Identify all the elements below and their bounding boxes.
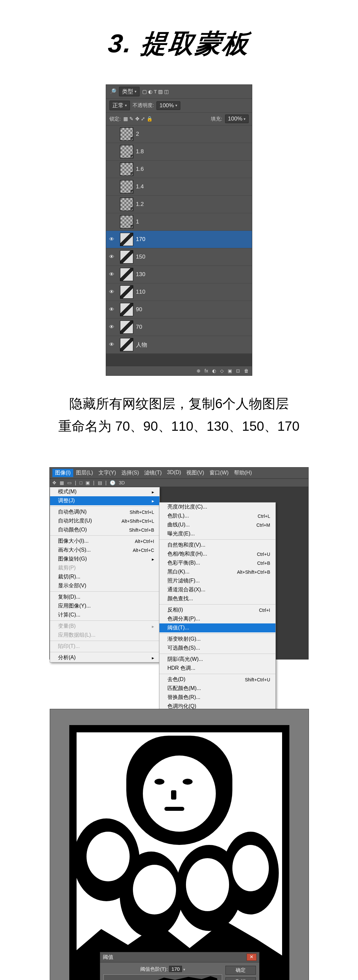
layer-thumbnail[interactable]: ♪: [120, 215, 133, 228]
tool-icon[interactable]: ▣: [86, 480, 90, 485]
layer-name-label[interactable]: 150: [136, 254, 252, 260]
new-layer-icon[interactable]: ⊡: [236, 368, 240, 374]
layer-thumbnail[interactable]: [120, 268, 133, 281]
cancel-button[interactable]: 取消: [225, 977, 256, 980]
layer-row[interactable]: ♪2: [106, 126, 252, 143]
layer-thumbnail[interactable]: ♪: [120, 145, 133, 158]
menu-item-replace_color[interactable]: 替换颜色(R)...: [160, 693, 275, 702]
visibility-eye-icon[interactable]: 👁: [106, 272, 117, 277]
layer-row[interactable]: ♪1.4: [106, 178, 252, 196]
tool-icon[interactable]: ▦: [60, 480, 64, 485]
ok-button[interactable]: 确定: [225, 966, 256, 975]
menu-item-color_lookup[interactable]: 颜色查找...: [160, 594, 275, 603]
menu-item-auto_contrast[interactable]: 自动对比度(U)Alt+Shift+Ctrl+L: [50, 517, 160, 525]
visibility-eye-icon[interactable]: 👁: [106, 236, 117, 242]
layer-name-label[interactable]: 人物: [136, 341, 252, 348]
layer-name-label[interactable]: 2: [136, 131, 252, 137]
menubar-item[interactable]: 帮助(H): [232, 469, 254, 477]
menu-item-hdr[interactable]: HDR 色调...: [160, 664, 275, 673]
visibility-eye-icon[interactable]: 👁: [106, 324, 117, 330]
menu-item-desaturate[interactable]: 去色(D)Shift+Ctrl+U: [160, 675, 275, 684]
menu-item-invert[interactable]: 反相(I)Ctrl+I: [160, 606, 275, 614]
layer-thumbnail[interactable]: [120, 233, 133, 246]
menu-item-image_rotation[interactable]: 图像旋转(G)▸: [50, 555, 160, 563]
layer-name-label[interactable]: 1: [136, 218, 252, 225]
chevron-down-icon[interactable]: ▾: [183, 967, 185, 971]
menubar-item[interactable]: 文字(Y): [96, 469, 119, 477]
tool-icon[interactable]: ▤: [98, 480, 102, 485]
layer-thumbnail[interactable]: ♪: [120, 127, 133, 141]
menu-item-exposure[interactable]: 曝光度(E)...: [160, 530, 275, 538]
menubar-item[interactable]: 图像(I): [53, 469, 73, 477]
menu-item-channel_mixer[interactable]: 通道混合器(X)...: [160, 585, 275, 594]
layer-type-dropdown[interactable]: 类型 ▾: [119, 87, 139, 96]
menubar-item[interactable]: 滤镜(T): [142, 469, 164, 477]
fill-value-dropdown[interactable]: 100% ▾: [225, 115, 249, 123]
lock-icons[interactable]: ▦ ✎ ✥ ⤢ 🔒: [123, 116, 153, 122]
menu-item-reveal_all[interactable]: 显示全部(V): [50, 581, 160, 590]
layer-name-label[interactable]: 1.4: [136, 183, 252, 190]
menu-item-apply_image[interactable]: 应用图像(Y)...: [50, 601, 160, 611]
layer-row[interactable]: ♪1: [106, 213, 252, 231]
fx-icon[interactable]: fx: [205, 368, 208, 374]
layer-name-label[interactable]: 1.8: [136, 148, 252, 155]
layer-name-label[interactable]: 70: [136, 324, 252, 331]
tool-icon[interactable]: ✥: [53, 480, 56, 485]
layer-row[interactable]: 👁人物: [106, 336, 252, 353]
layer-thumbnail[interactable]: [120, 285, 133, 299]
menu-item-auto_tone[interactable]: 自动色调(N)Shift+Ctrl+L: [50, 508, 160, 517]
menu-item-trim[interactable]: 裁切(R)...: [50, 573, 160, 581]
layer-name-label[interactable]: 1.2: [136, 201, 252, 208]
menu-item-levels[interactable]: 色阶(L)...Ctrl+L: [160, 512, 275, 520]
blend-mode-dropdown[interactable]: 正常 ▾: [109, 101, 130, 110]
opacity-value-dropdown[interactable]: 100% ▾: [157, 101, 180, 110]
link-layers-icon[interactable]: ⊕: [197, 368, 201, 374]
layer-row[interactable]: 👁90: [106, 301, 252, 318]
layer-row[interactable]: ♪1.8: [106, 143, 252, 161]
layer-name-label[interactable]: 90: [136, 306, 252, 313]
menu-item-duplicate[interactable]: 复制(D)...: [50, 593, 160, 601]
trash-icon[interactable]: 🗑: [244, 368, 249, 374]
layer-name-label[interactable]: 130: [136, 271, 252, 278]
menubar-item[interactable]: 窗口(W): [207, 469, 232, 477]
threshold-dialog-titlebar[interactable]: 阈值 ✕: [100, 952, 259, 963]
layer-row[interactable]: ♪1.6: [106, 161, 252, 178]
menu-item-hue[interactable]: 色相/饱和度(H)...Ctrl+U: [160, 550, 275, 558]
visibility-eye-icon[interactable]: 👁: [106, 254, 117, 260]
tool-icon[interactable]: 3D: [119, 480, 125, 485]
layer-thumbnail[interactable]: ♪: [120, 162, 133, 176]
menu-item-color_balance[interactable]: 色彩平衡(B)...Ctrl+B: [160, 558, 275, 568]
threshold-level-input[interactable]: 170: [169, 966, 182, 972]
menu-item-posterize[interactable]: 色调分离(P)...: [160, 614, 275, 624]
layer-row[interactable]: 👁130: [106, 266, 252, 283]
menu-item-match_color[interactable]: 匹配颜色(M)...: [160, 684, 275, 693]
menu-item-photo_filter[interactable]: 照片滤镜(F)...: [160, 576, 275, 585]
layer-thumbnail[interactable]: ♪: [120, 180, 133, 193]
tool-icon[interactable]: ▭: [67, 480, 72, 485]
menu-item-brightness[interactable]: 亮度/对比度(C)...: [160, 503, 275, 512]
layer-thumbnail[interactable]: ♪: [120, 198, 133, 211]
menu-item-calculations[interactable]: 计算(C)...: [50, 611, 160, 619]
layer-thumbnail[interactable]: [120, 338, 133, 351]
close-icon[interactable]: ✕: [247, 953, 257, 961]
menubar-item[interactable]: 视图(V): [184, 469, 206, 477]
adjustment-layer-icon[interactable]: ◇: [220, 368, 224, 374]
layer-name-label[interactable]: 110: [136, 289, 252, 295]
menu-item-curves[interactable]: 曲线(U)...Ctrl+M: [160, 520, 275, 530]
visibility-eye-icon[interactable]: 👁: [106, 307, 117, 313]
menu-item-image_size[interactable]: 图像大小(I)...Alt+Ctrl+I: [50, 537, 160, 546]
layer-name-label[interactable]: 170: [136, 236, 252, 243]
layer-thumbnail[interactable]: [120, 303, 133, 316]
layer-row[interactable]: 👁110: [106, 283, 252, 301]
menu-item-canvas_size[interactable]: 画布大小(S)...Alt+Ctrl+C: [50, 546, 160, 555]
layer-thumbnail[interactable]: [120, 320, 133, 334]
menu-item-grad_map[interactable]: 渐变映射(G)...: [160, 635, 275, 644]
layer-row[interactable]: ♪1.2: [106, 196, 252, 213]
menubar-item[interactable]: 选择(S): [119, 469, 142, 477]
menu-item-auto_color[interactable]: 自动颜色(O)Shift+Ctrl+B: [50, 525, 160, 535]
menubar-item[interactable]: 3D(D): [165, 469, 184, 477]
menu-item-vibrance[interactable]: 自然饱和度(V)...: [160, 541, 275, 550]
tool-icon[interactable]: 🕒: [110, 480, 115, 485]
menu-item-threshold[interactable]: 阈值(T)...: [160, 624, 275, 632]
visibility-eye-icon[interactable]: 👁: [106, 289, 117, 295]
